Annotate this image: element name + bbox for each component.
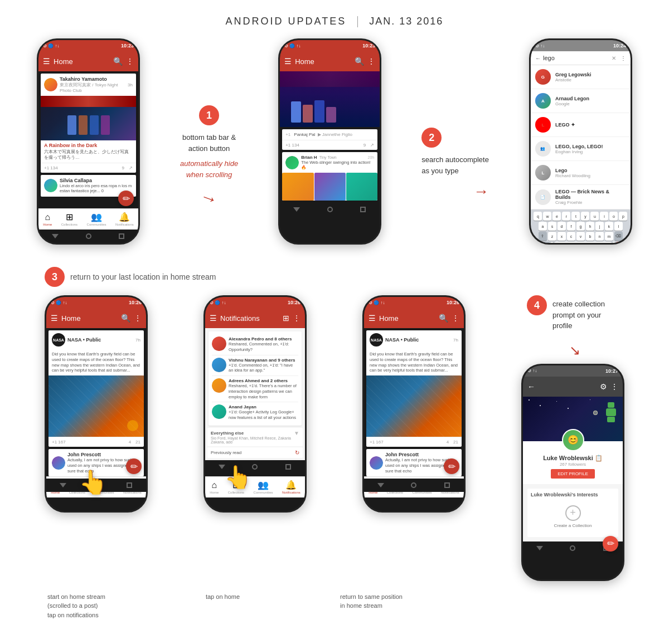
phone6-home-btn[interactable]: [409, 481, 418, 490]
menu-icon[interactable]: ☰: [43, 57, 50, 66]
phone1-fab[interactable]: ✏: [118, 191, 134, 206]
phone5-prev-read-label: Previously read: [211, 450, 241, 455]
result-item-2[interactable]: L LEGO ✦: [531, 113, 631, 137]
phone4-back[interactable]: [59, 481, 67, 490]
phone5-nav-communities[interactable]: 👥 Communities: [254, 481, 273, 494]
back-button[interactable]: [51, 232, 60, 241]
key-u[interactable]: u: [590, 212, 599, 221]
phone6-fab[interactable]: ✏: [444, 458, 459, 474]
phone1-post-text: 六本木で写真展を見たあと、少しだけ写真を撮って帰ろう…: [44, 149, 133, 160]
phone2: ⚙ 🔵 ↑↓ 10:23 ☰ Home 🔍 ⋮: [278, 38, 381, 245]
phone2-more-icon[interactable]: ⋮: [367, 57, 375, 66]
key-y[interactable]: y: [581, 212, 589, 221]
phone4-comments: 21: [135, 440, 140, 445]
phone2-system-nav: [280, 203, 380, 216]
phone6-time: 10:26: [447, 300, 459, 305]
key-j[interactable]: j: [595, 222, 604, 231]
result-item-5[interactable]: 📄 LEGO — Brick News & Builds Craig Froeh…: [531, 185, 631, 209]
phone1-comments: 9: [122, 165, 124, 170]
create-collection-plus[interactable]: +: [565, 505, 581, 521]
more-search-icon[interactable]: ⋮: [620, 55, 626, 61]
nav-home[interactable]: ⌂ Home: [43, 213, 52, 226]
key-t[interactable]: t: [571, 212, 580, 221]
key-c[interactable]: c: [567, 232, 575, 241]
phone5-more-icon[interactable]: ⋮: [293, 314, 300, 323]
phone2-title: Home: [295, 57, 351, 66]
search-icon[interactable]: 🔍: [113, 57, 123, 66]
key-d[interactable]: d: [558, 222, 566, 231]
key-search[interactable]: 🔍: [616, 242, 628, 245]
phone7-fab[interactable]: ✏: [603, 536, 618, 552]
result-item-1[interactable]: A Arnaud Legon Google: [531, 89, 631, 113]
key-g[interactable]: g: [576, 222, 585, 231]
key-r[interactable]: r: [562, 212, 570, 221]
nav-communities[interactable]: 👥 Communities: [87, 213, 106, 226]
result-item-0[interactable]: G Greg Legowski Aristotle: [531, 65, 631, 89]
hand-cursor-1: 👆: [79, 469, 108, 496]
nav-collections[interactable]: ⊞ Collections: [61, 213, 77, 226]
phone5-prev-read: Previously read ↻: [207, 447, 303, 458]
phone4-fab[interactable]: ✏: [126, 458, 142, 474]
key-h[interactable]: h: [586, 222, 594, 231]
phone5-more1-icon[interactable]: ⊞: [283, 314, 289, 323]
phone5-menu-icon[interactable]: ☰: [210, 314, 217, 323]
key-p[interactable]: p: [619, 212, 627, 221]
key-l[interactable]: l: [614, 222, 623, 231]
phone2-back[interactable]: [292, 205, 301, 214]
key-z[interactable]: z: [548, 232, 556, 241]
phone7-home-btn[interactable]: [568, 544, 577, 553]
recents-button[interactable]: [117, 232, 126, 241]
phone6-menu-icon[interactable]: ☰: [369, 314, 376, 323]
phone6-search-icon[interactable]: 🔍: [439, 314, 448, 323]
edit-profile-button[interactable]: EDIT PROFILE: [551, 469, 595, 479]
phone4-search-icon[interactable]: 🔍: [121, 314, 130, 323]
phone7-more-icon[interactable]: ⋮: [610, 382, 618, 391]
notif-action-0: Reshared, Commented on, +1'd: Opportunit…: [229, 341, 298, 353]
back-arrow-icon[interactable]: ←: [535, 55, 541, 61]
key-w[interactable]: w: [543, 212, 551, 221]
phone2-home[interactable]: [326, 205, 334, 214]
nav-notifications-label: Notifications: [115, 223, 134, 226]
annot-col2-line1: tap on home: [206, 592, 240, 602]
key-i[interactable]: i: [600, 212, 608, 221]
key-del[interactable]: ⌫: [614, 232, 623, 241]
phone7-back-btn[interactable]: [535, 544, 544, 553]
phone6-more-icon[interactable]: ⋮: [452, 314, 459, 323]
phone7-settings-icon[interactable]: ⚙: [600, 382, 607, 391]
key-v[interactable]: v: [576, 232, 585, 241]
phone2-menu-icon[interactable]: ☰: [284, 57, 292, 66]
key-k[interactable]: k: [605, 222, 613, 231]
phone6-recents[interactable]: [443, 481, 452, 490]
nav-notifications[interactable]: 🔔 Notifications: [115, 213, 134, 226]
result-item-4[interactable]: L Lego Richard Woodling: [531, 161, 631, 185]
phone4-menu-icon[interactable]: ☰: [51, 314, 58, 323]
phone2-search-icon[interactable]: 🔍: [355, 57, 364, 66]
key-shift[interactable]: ⇧: [539, 232, 547, 241]
phone4-org: NASA • Public: [67, 337, 133, 343]
key-f[interactable]: f: [567, 222, 575, 231]
phone5-recents[interactable]: [284, 462, 293, 471]
key-n[interactable]: n: [595, 232, 604, 241]
key-m[interactable]: m: [605, 232, 613, 241]
key-a[interactable]: a: [539, 222, 547, 231]
phone4-recents[interactable]: [125, 481, 134, 490]
phone5-nav-notifications[interactable]: 🔔 Notifications: [282, 481, 300, 494]
phone7-back-icon[interactable]: ←: [527, 382, 535, 391]
key-q[interactable]: q: [534, 212, 542, 221]
phone6-back[interactable]: [376, 481, 385, 490]
key-e[interactable]: e: [552, 212, 561, 221]
phone4-more-icon[interactable]: ⋮: [134, 314, 142, 323]
key-s[interactable]: s: [548, 222, 556, 231]
result-item-3[interactable]: 👥 LEGO, Lego, LEGO! Eoghan Irving: [531, 137, 631, 161]
key-num[interactable]: 7123: [533, 242, 550, 245]
phone2-recents[interactable]: [358, 205, 367, 214]
phone5-nav-home[interactable]: ⌂ Home: [210, 481, 219, 494]
home-button[interactable]: [84, 232, 93, 241]
key-space[interactable]: [554, 242, 612, 245]
key-x[interactable]: x: [558, 232, 566, 241]
clear-icon[interactable]: ✕: [612, 55, 616, 61]
step1-circle: 1: [199, 105, 219, 125]
more-icon[interactable]: ⋮: [126, 57, 134, 66]
key-o[interactable]: o: [609, 212, 618, 221]
key-b[interactable]: b: [586, 232, 594, 241]
